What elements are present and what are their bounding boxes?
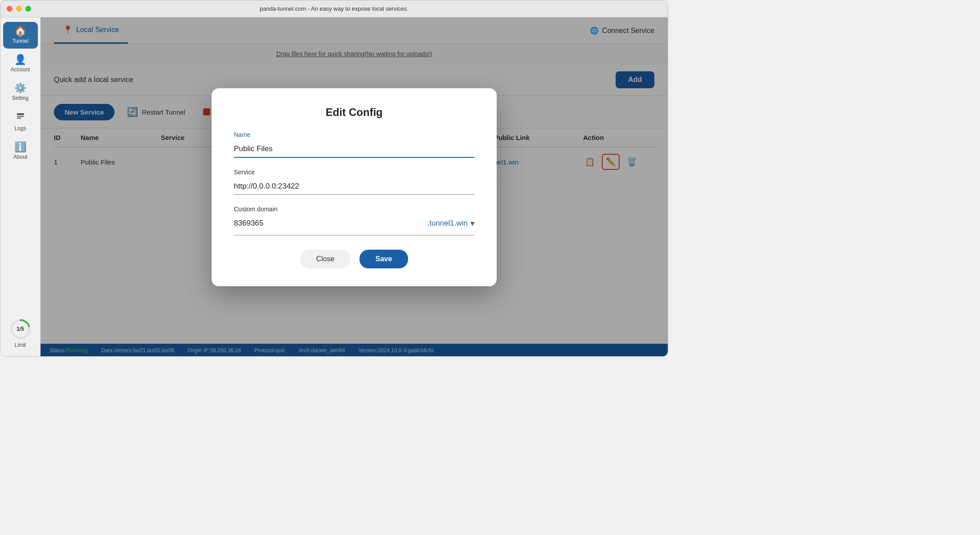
title-bar: panda-tunnel.com - An easy way to expose…	[0, 0, 668, 17]
maximize-window-button[interactable]	[25, 6, 31, 12]
name-field-label: Name	[234, 131, 474, 138]
limit-label: Limit	[15, 342, 26, 348]
chevron-down-icon[interactable]: ▾	[470, 218, 474, 228]
close-modal-button[interactable]: Close	[300, 250, 351, 268]
sidebar-about-label: About	[13, 154, 27, 160]
sidebar-item-tunnel[interactable]: 🏠 Tunnel	[3, 22, 38, 49]
name-input[interactable]	[234, 141, 474, 158]
sidebar-item-about[interactable]: ℹ️ About	[3, 138, 38, 165]
close-window-button[interactable]	[7, 6, 12, 12]
account-icon: 👤	[14, 55, 26, 65]
minimize-window-button[interactable]	[16, 6, 22, 12]
domain-row: .tunnel1.win ▾	[234, 215, 474, 235]
name-field: Name	[234, 131, 474, 158]
sidebar-account-label: Account	[11, 66, 30, 73]
sidebar-setting-label: Setting	[12, 95, 29, 101]
edit-config-modal: Edit Config Name Service Custom domain .…	[212, 88, 497, 286]
service-field-label: Service	[234, 169, 474, 176]
modal-title: Edit Config	[234, 106, 474, 119]
window-controls	[7, 6, 31, 12]
svg-rect-2	[17, 118, 21, 119]
limit-circle: 1/5	[9, 318, 32, 340]
svg-rect-0	[17, 113, 24, 115]
logs-icon	[16, 112, 25, 123]
sidebar-logs-label: Logs	[14, 125, 26, 132]
service-input[interactable]	[234, 178, 474, 195]
app-container: 🏠 Tunnel 👤 Account ⚙️ Setting Logs ℹ️ Ab…	[0, 17, 668, 357]
info-icon: ℹ️	[14, 142, 26, 152]
sidebar-tunnel-label: Tunnel	[12, 38, 28, 44]
gear-icon: ⚙️	[14, 83, 26, 93]
limit-value: 1/5	[16, 326, 24, 332]
home-icon: 🏠	[14, 26, 26, 36]
svg-rect-1	[17, 116, 24, 117]
sidebar: 🏠 Tunnel 👤 Account ⚙️ Setting Logs ℹ️ Ab…	[0, 17, 41, 357]
modal-actions: Close Save	[234, 250, 474, 268]
service-field: Service	[234, 169, 474, 195]
window-title: panda-tunnel.com - An easy way to expose…	[260, 5, 408, 12]
sidebar-item-setting[interactable]: ⚙️ Setting	[3, 79, 38, 106]
domain-suffix: .tunnel1.win	[427, 219, 468, 228]
sidebar-item-account[interactable]: 👤 Account	[3, 50, 38, 77]
sidebar-item-logs[interactable]: Logs	[3, 107, 38, 136]
domain-prefix-input[interactable]	[234, 215, 427, 231]
custom-domain-field: Custom domain .tunnel1.win ▾	[234, 206, 474, 235]
limit-container: 1/5 Limit	[9, 318, 32, 348]
main-content: 📍 Local Service 🌐 Connect Service Drag f…	[41, 17, 668, 357]
save-button[interactable]: Save	[359, 250, 408, 268]
modal-overlay: Edit Config Name Service Custom domain .…	[41, 17, 668, 357]
custom-domain-label: Custom domain	[234, 206, 474, 213]
